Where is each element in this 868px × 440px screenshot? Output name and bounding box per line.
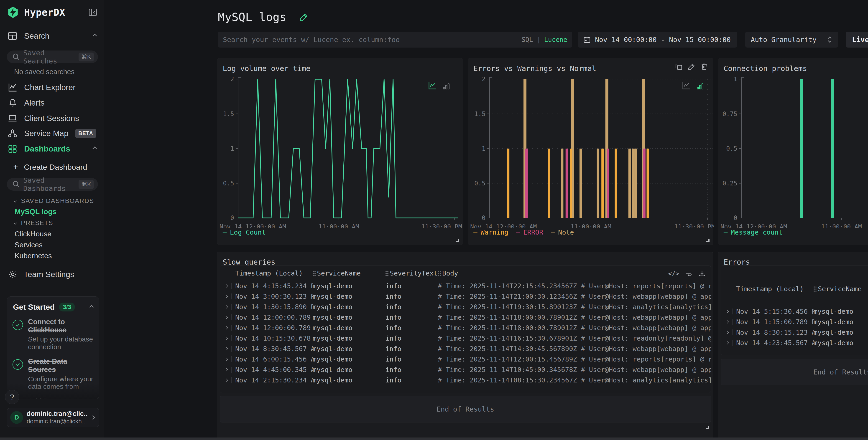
expand-row-icon[interactable] [225,295,228,298]
shortcut-badge: ⌘K [79,53,94,61]
svg-text:2: 2 [482,75,486,82]
expand-row-icon[interactable] [726,341,729,344]
saved-searches-input[interactable]: Saved Searches ⌘K [7,50,98,63]
sidebar-item-kubernetes[interactable]: Kubernetes [0,251,104,260]
legend-item[interactable]: —Log Count [223,229,266,236]
column-header[interactable]: ServiceName [813,285,868,293]
drag-handle-icon[interactable] [438,271,439,272]
column-header[interactable]: Timestamp (Local) [235,269,313,277]
drag-handle-icon[interactable] [385,271,386,272]
saved-dashboards-input[interactable]: Saved Dashboards ⌘K [7,178,98,191]
sidebar-item-chart-explorer[interactable]: Chart Explorer [0,80,104,95]
legend-item[interactable]: —Message count [724,229,782,236]
table-row[interactable]: Nov 14 12:00:00.789 PM mysql-demo info #… [220,312,711,323]
create-dashboard-button[interactable]: + Create Dashboard [0,161,104,173]
event-search-input[interactable]: Search your events w/ Lucene ex. column:… [218,32,572,47]
expand-row-icon[interactable] [225,284,228,287]
sidebar-item-service-map[interactable]: Service Map BETA [0,126,104,141]
column-header[interactable]: SeverityText [385,269,438,277]
horizontal-scrollbar[interactable] [0,438,868,440]
bar-view-icon[interactable] [442,82,450,90]
cell-service: mysql-demo [813,329,868,336]
live-button[interactable]: Live [846,32,868,47]
bell-icon [8,98,17,107]
end-of-results: End of Results [220,396,711,422]
help-button[interactable]: ? [5,390,19,404]
bar-view-icon[interactable] [696,82,704,90]
expand-row-icon[interactable] [225,368,228,371]
sidebar-item-label: Dashboards [24,144,70,153]
expand-row-icon[interactable] [225,337,228,340]
legend-item[interactable]: —Note [551,229,574,236]
cell-service: mysql-demo [313,293,385,300]
download-icon[interactable] [699,270,706,277]
chevron-up-icon[interactable] [92,146,97,151]
drag-handle-icon[interactable] [313,271,314,272]
user-menu[interactable]: D dominic.tran@clic... dominic.tran@clic… [7,408,99,427]
table-row[interactable]: Nov 14 2:15:30.234 AM mysql-demo info # … [220,375,711,385]
table-row[interactable]: Nov 14 4:23:45.567 AM mysql-demo error 2… [721,338,868,348]
resize-handle[interactable] [456,239,459,242]
slow-queries-rows: Nov 14 4:15:45.234 PM mysql-demo info # … [220,281,711,385]
table-row[interactable]: Nov 14 3:00:30.123 PM mysql-demo info # … [220,291,711,302]
expand-row-icon[interactable] [726,310,729,313]
expand-row-icon[interactable] [225,379,228,382]
sidebar-item-dashboards[interactable]: Dashboards [0,141,104,156]
resize-handle[interactable] [706,426,709,429]
expand-row-icon[interactable] [225,305,228,308]
line-view-icon[interactable] [428,81,437,90]
table-row[interactable]: Nov 14 12:00:00.789 PM mysql-demo info #… [220,323,711,333]
table-row[interactable]: Nov 14 1:15:00.789 PM mysql-demo error 2… [721,317,868,327]
line-view-icon[interactable] [682,81,691,90]
sql-toggle[interactable]: SQL [521,36,533,43]
table-row[interactable]: Nov 14 8:30:15.123 AM mysql-demo error 2… [721,327,868,338]
get-started-item[interactable]: Add Data Start sending logs, metrics, or… [7,393,99,399]
table-row[interactable]: Nov 14 4:45:00.345 AM mysql-demo info # … [220,365,711,375]
sidebar-item-label: Service Map [24,129,68,138]
column-header[interactable]: ServiceName [313,269,385,277]
sidebar-item-client-sessions[interactable]: Client Sessions [0,111,104,126]
table-row[interactable]: Nov 14 6:00:15.456 AM mysql-demo info # … [220,354,711,365]
get-started-item[interactable]: Create Data Sources Configure where your… [7,353,99,393]
sidebar-item-clickhouse[interactable]: ClickHouse [0,230,104,238]
table-header: Timestamp (Local) ServiceName SeverityTe… [220,266,711,281]
sidebar-item-search[interactable]: Search [0,29,104,43]
saved-dashboards-section[interactable]: SAVED DASHBOARDS [0,198,104,204]
date-range-input[interactable]: Nov 14 00:00:00 - Nov 15 00:00:00 [578,32,737,47]
granularity-select[interactable]: Auto Granularity [745,32,838,47]
collapse-sidebar-icon[interactable] [89,8,97,16]
expand-row-icon[interactable] [726,331,729,334]
sidebar-item-mysql-logs[interactable]: MySQL logs [0,207,104,216]
cell-timestamp: Nov 14 6:00:15.456 AM [235,356,313,363]
table-row[interactable]: Nov 14 5:15:30.456 PM mysql-demo error 2… [721,306,868,317]
cell-service: mysql-demo [813,339,868,347]
presets-section[interactable]: PRESETS [0,219,104,226]
legend-item[interactable]: —Warning [473,229,508,236]
code-view-icon[interactable]: </> [668,270,679,277]
table-row[interactable]: Nov 14 4:15:45.234 PM mysql-demo info # … [220,281,711,291]
expand-row-icon[interactable] [225,347,228,350]
sidebar-item-services[interactable]: Services [0,241,104,249]
cell-service: mysql-demo [313,334,385,342]
legend-item[interactable]: —ERROR [516,229,543,236]
table-row[interactable]: Nov 14 10:15:30.678 AM mysql-demo info #… [220,333,711,343]
row-divider [732,319,733,325]
table-row[interactable]: Nov 14 8:30:45.567 AM mysql-demo info # … [220,343,711,354]
column-header[interactable]: Timestamp (Local) [736,285,813,293]
lucene-toggle[interactable]: Lucene [544,36,567,43]
drag-handle-icon[interactable] [813,286,815,287]
expand-row-icon[interactable] [225,358,228,361]
edit-title-icon[interactable] [299,13,308,22]
get-started-item[interactable]: Connect to ClickHouse Set up your databa… [7,314,99,353]
expand-row-icon[interactable] [726,320,729,324]
expand-row-icon[interactable] [225,326,228,330]
resize-handle[interactable] [706,239,710,242]
chevron-up-icon[interactable] [92,34,97,38]
expand-row-icon[interactable] [225,316,228,319]
wrap-lines-icon[interactable] [685,270,692,277]
table-panel-errors: Errors </> Timestamp (Local) ServiceNam [718,251,868,440]
chevron-up-icon[interactable] [89,305,94,309]
table-row[interactable]: Nov 14 1:30:15.890 PM mysql-demo info # … [220,302,711,312]
sidebar-item-team-settings[interactable]: Team Settings [0,267,104,282]
sidebar-item-alerts[interactable]: Alerts [0,96,104,110]
